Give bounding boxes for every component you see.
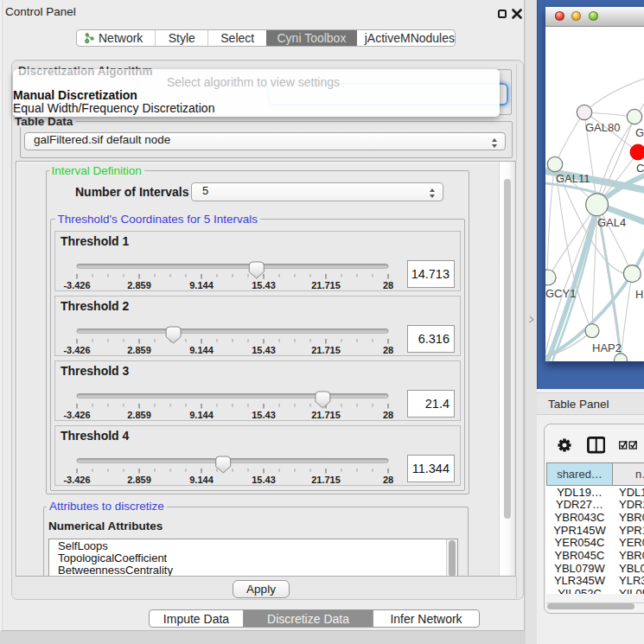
svg-text:9.144: 9.144 [189, 279, 214, 290]
svg-text:21.715: 21.715 [311, 279, 341, 290]
svg-text:-3.426: -3.426 [63, 279, 90, 290]
svg-text:9.144: 9.144 [189, 409, 214, 419]
svg-text:15.43: 15.43 [252, 474, 276, 484]
svg-text:-3.426: -3.426 [63, 409, 90, 419]
svg-text:21.715: 21.715 [311, 409, 341, 419]
svg-text:GAL80: GAL80 [585, 121, 620, 134]
svg-text:21.715: 21.715 [311, 474, 341, 484]
svg-text:2.859: 2.859 [127, 344, 151, 354]
svg-text:2.859: 2.859 [127, 409, 151, 419]
svg-text:HAP2: HAP2 [592, 341, 622, 354]
svg-text:28: 28 [383, 474, 393, 484]
svg-text:2.859: 2.859 [127, 279, 151, 290]
svg-text:28: 28 [383, 409, 393, 419]
svg-text:GAL4: GAL4 [597, 216, 626, 229]
svg-text:GA: GA [635, 126, 644, 139]
svg-text:GCY1: GCY1 [545, 287, 576, 300]
svg-text:2.859: 2.859 [127, 474, 151, 484]
svg-text:15.43: 15.43 [252, 409, 276, 419]
svg-text:9.144: 9.144 [189, 344, 214, 354]
svg-text:9.144: 9.144 [189, 474, 214, 484]
svg-text:15.43: 15.43 [252, 279, 276, 290]
svg-text:C: C [636, 162, 644, 175]
svg-text:H: H [635, 288, 643, 301]
svg-text:15.43: 15.43 [252, 344, 276, 354]
svg-text:28: 28 [383, 344, 393, 354]
svg-text:GAL11: GAL11 [556, 172, 590, 185]
svg-text:28: 28 [383, 279, 393, 290]
svg-text:-3.426: -3.426 [63, 344, 90, 354]
svg-text:21.715: 21.715 [311, 344, 341, 354]
svg-text:-3.426: -3.426 [63, 474, 90, 484]
